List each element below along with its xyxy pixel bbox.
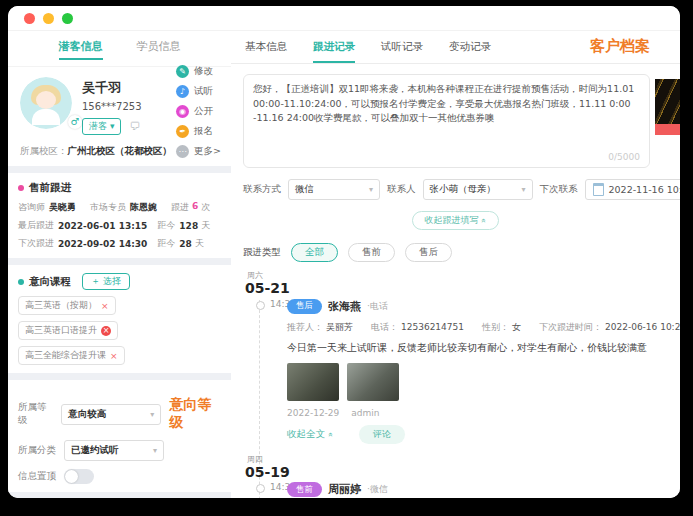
- publish-button[interactable]: ◉公开: [176, 105, 221, 118]
- signup-button[interactable]: ✒报名: [176, 125, 221, 138]
- maximize-window-icon[interactable]: [62, 13, 73, 24]
- follow-timeline: 周六 05-21 14:31 售后 张海燕 ·电话 推荐人：吴丽芳: [243, 270, 680, 498]
- follow-note-textarea[interactable]: 您好，【正道培训】双11即将来袭，本机构各种课程正在进行提前预售活动，时间为11…: [243, 74, 650, 168]
- calendar-icon: [593, 183, 604, 196]
- tab-student-info[interactable]: 学员信息: [137, 39, 181, 60]
- contact-method-select[interactable]: 微信▾: [288, 179, 380, 200]
- entry-author: admin: [351, 408, 379, 418]
- entry-created-date: 2022-12-29: [287, 408, 339, 418]
- chevron-up-icon: »: [479, 218, 488, 223]
- pin-toggle[interactable]: [64, 469, 94, 484]
- entry-weekday: 周六: [247, 270, 680, 281]
- sidebar-tabs: 潜客信息 学员信息: [8, 31, 231, 67]
- category-select[interactable]: 已邀约试听▾: [64, 440, 164, 461]
- attachment-photo[interactable]: [347, 363, 399, 401]
- presale-badge: 售前: [287, 482, 322, 497]
- promo-thumbnail[interactable]: [655, 79, 680, 135]
- category-label: 所属分类: [18, 444, 56, 457]
- chevron-down-icon: ▾: [369, 185, 373, 194]
- timeline-entry: 周六 05-21 14:31 售后 张海燕 ·电话 推荐人：吴丽芳: [243, 270, 680, 444]
- entry-channel: ·电话: [367, 300, 388, 313]
- collapse-form-button[interactable]: 收起跟进填写 »: [412, 211, 500, 230]
- filter-aftersale[interactable]: 售后: [405, 243, 452, 262]
- edit-icon: ✎: [176, 65, 189, 78]
- follow-type-filter: 跟进类型 全部 售前 售后: [243, 243, 668, 262]
- char-counter: 0/5000: [608, 152, 640, 162]
- entry-meta: 推荐人：吴丽芳 电话：12536214751 性别：女 下次跟进时间：2022-…: [287, 321, 680, 334]
- add-course-button[interactable]: ＋ 选择: [82, 273, 130, 290]
- last-follow-time: 2022-06-01 13:15: [58, 221, 147, 231]
- next-contact-label: 下次联系: [540, 183, 578, 196]
- entry-text: 今日第一天来上试听课，反馈老师比较亲切有耐心，对学生有耐心，价钱比较满意: [287, 340, 680, 356]
- profile-card: 潜客信息 学员信息 ♂ 吴千羽 156***7253 潜客 ▾ 🗩: [8, 31, 231, 166]
- customer-phone: 156***7253: [82, 101, 142, 112]
- close-window-icon[interactable]: [24, 13, 35, 24]
- presale-follow-card: 售前跟进 咨询师吴晓勇 市场专员陈恩婉 跟进6次 最后跟进2022-06-01 …: [8, 173, 231, 258]
- wechat-icon[interactable]: 🗩: [129, 120, 140, 133]
- headphones-icon: ♪: [176, 85, 189, 98]
- presale-title: 售前跟进: [29, 181, 71, 195]
- contact-method-label: 联系方式: [243, 183, 281, 196]
- contact-person-label: 联系人: [387, 183, 416, 196]
- record-panel: 客户档案 基本信息 跟进记录 试听记录 变动记录 您好，【正道培训】双11即将来…: [231, 31, 680, 498]
- courses-title: 意向课程: [29, 275, 71, 289]
- tab-follow-records[interactable]: 跟进记录: [313, 40, 355, 63]
- last-follow-days: 128: [179, 221, 198, 231]
- chevron-down-icon: ▾: [153, 446, 157, 455]
- course-tag: 高三英语（按期）×: [18, 296, 116, 315]
- referrer-phone: 12536214751: [401, 322, 464, 332]
- section-dot-icon: [18, 279, 24, 285]
- comment-button[interactable]: 评论: [359, 425, 405, 444]
- filter-all[interactable]: 全部: [291, 243, 338, 262]
- tab-lead-info[interactable]: 潜客信息: [59, 39, 103, 60]
- campus-value: 广州北校区（花都校区）: [68, 145, 173, 156]
- contact-form-row: 联系方式 微信▾ 联系人 张小萌（母亲）▾ 下次联系 2022-11-16 10…: [243, 177, 668, 201]
- remove-tag-icon[interactable]: ×: [101, 326, 111, 336]
- timeline-dot-icon: [256, 484, 265, 493]
- eye-icon: ◉: [176, 105, 189, 118]
- annotation-level: 意向等级: [169, 396, 221, 432]
- contact-person-select[interactable]: 张小萌（母亲）▾: [423, 179, 533, 200]
- remove-tag-icon[interactable]: ×: [101, 301, 109, 311]
- more-button[interactable]: ⋯更多>: [176, 145, 221, 158]
- edit-button[interactable]: ✎修改: [176, 65, 221, 78]
- pin-label: 信息置顶: [18, 470, 56, 483]
- pen-icon: ✒: [176, 125, 189, 138]
- entry-weekday: 周四: [247, 454, 680, 465]
- chevron-up-icon: »: [326, 432, 335, 437]
- referrer-name: 吴丽芳: [326, 322, 353, 332]
- remove-tag-icon[interactable]: ×: [110, 351, 118, 361]
- entry-contact-name: 张海燕: [328, 299, 361, 314]
- window-titlebar: [8, 6, 680, 31]
- collapse-text-link[interactable]: 收起全文 »: [287, 428, 333, 441]
- course-tag: 高三英语口语提升×: [18, 321, 118, 340]
- section-dot-icon: [18, 185, 24, 191]
- customer-name: 吴千羽: [82, 79, 142, 97]
- classification-card: 所属等级 意向较高▾ 意向等级 所属分类 已邀约试听▾ 信息置顶: [8, 380, 231, 492]
- more-dots-icon: ⋯: [176, 145, 189, 158]
- timeline-dot-icon: [256, 301, 265, 310]
- annotation-archive: 客户档案: [590, 37, 650, 56]
- tab-change-records[interactable]: 变动记录: [449, 40, 491, 63]
- app-window: 潜客信息 学员信息 ♂ 吴千羽 156***7253 潜客 ▾ 🗩: [8, 6, 680, 498]
- next-contact-datepicker[interactable]: 2022-11-16 10:23: [585, 179, 681, 200]
- audition-button[interactable]: ♪试听: [176, 85, 221, 98]
- avatar: [20, 77, 72, 129]
- chevron-down-icon: ▾: [150, 410, 154, 419]
- entry-date: 05-19: [245, 465, 680, 480]
- filter-presale[interactable]: 售前: [348, 243, 395, 262]
- intended-courses-card: 意向课程＋ 选择 高三英语（按期）× 高三英语口语提升× 高三全能综合提升课×: [8, 265, 231, 373]
- attachment-photo[interactable]: [287, 363, 339, 401]
- filter-label: 跟进类型: [243, 246, 281, 259]
- entry-channel: ·微信: [367, 483, 388, 496]
- profile-actions: ✎修改 ♪试听 ◉公开 ✒报名 ⋯更多>: [176, 65, 221, 158]
- gender-value: 女: [512, 322, 521, 332]
- timeline-entry: 周四 05-19 14:31 售前 周丽婷 ·微信 《离骚》是中国战国时期诗人屈…: [243, 454, 680, 498]
- level-select[interactable]: 意向较高▾: [61, 404, 161, 425]
- lead-status-badge[interactable]: 潜客 ▾: [82, 118, 121, 135]
- minimize-window-icon[interactable]: [43, 13, 54, 24]
- tab-basic-info[interactable]: 基本信息: [245, 40, 287, 63]
- next-follow-value: 2022-06-16 10:23: [605, 322, 680, 332]
- chevron-down-icon: ▾: [521, 185, 525, 194]
- tab-audition-records[interactable]: 试听记录: [381, 40, 423, 63]
